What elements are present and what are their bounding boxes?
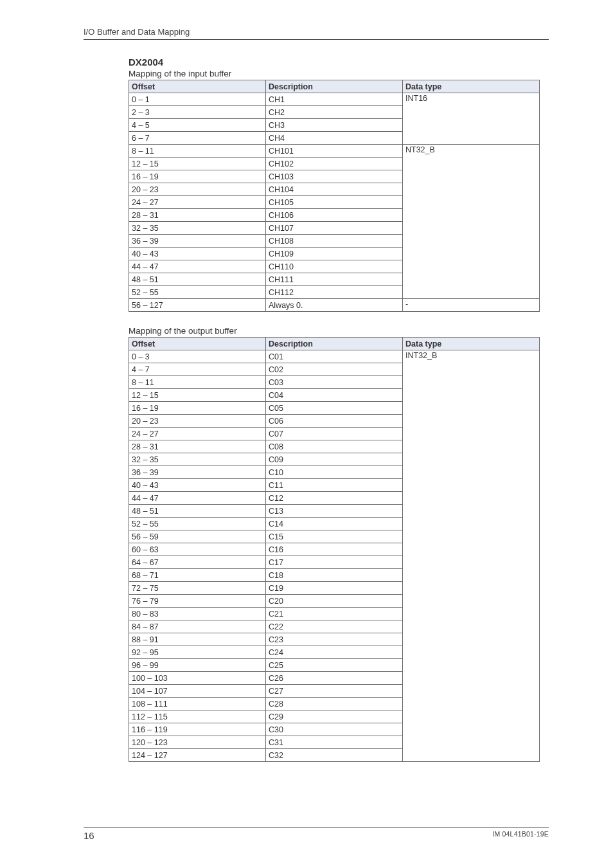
cell-description: CH101 (266, 145, 403, 158)
cell-offset: 28 – 31 (129, 209, 266, 222)
cell-offset: 68 – 71 (129, 569, 266, 582)
cell-offset: 36 – 39 (129, 235, 266, 248)
cell-offset: 52 – 55 (129, 518, 266, 530)
cell-description: Always 0. (266, 299, 403, 312)
cell-offset: 108 – 111 (129, 698, 266, 710)
cell-offset: 2 – 3 (129, 106, 266, 119)
table-row: 56 – 127Always 0.- (129, 299, 540, 312)
cell-offset: 64 – 67 (129, 556, 266, 569)
cell-offset: 124 – 127 (129, 749, 266, 762)
cell-description: CH107 (266, 222, 403, 235)
cell-offset: 12 – 15 (129, 389, 266, 402)
cell-offset: 12 – 15 (129, 158, 266, 170)
cell-offset: 104 – 107 (129, 685, 266, 698)
table2-caption: Mapping of the output buffer (129, 326, 549, 336)
cell-offset: 52 – 55 (129, 286, 266, 299)
section-header: I/O Buffer and Data Mapping (84, 27, 549, 40)
cell-offset: 32 – 35 (129, 453, 266, 466)
cell-description: C15 (266, 530, 403, 543)
cell-offset: 4 – 7 (129, 363, 266, 376)
cell-description: C32 (266, 749, 403, 762)
cell-offset: 0 – 3 (129, 350, 266, 363)
cell-description: CH2 (266, 106, 403, 119)
cell-offset: 36 – 39 (129, 466, 266, 479)
cell-offset: 100 – 103 (129, 672, 266, 685)
cell-description: C18 (266, 569, 403, 582)
th-description: Description (266, 80, 403, 93)
cell-description: CH102 (266, 158, 403, 170)
cell-offset: 8 – 11 (129, 145, 266, 158)
cell-offset: 16 – 19 (129, 170, 266, 183)
cell-description: C31 (266, 736, 403, 749)
cell-description: C07 (266, 428, 403, 440)
table-row: 0 – 1CH1INT16 (129, 93, 540, 106)
cell-offset: 96 – 99 (129, 659, 266, 672)
device-heading: DX2004 (129, 57, 549, 68)
cell-description: C22 (266, 620, 403, 633)
cell-datatype: - (403, 299, 540, 312)
cell-offset: 20 – 23 (129, 183, 266, 196)
cell-offset: 20 – 23 (129, 415, 266, 428)
cell-description: CH111 (266, 273, 403, 286)
cell-offset: 80 – 83 (129, 608, 266, 620)
cell-offset: 48 – 51 (129, 273, 266, 286)
cell-description: C19 (266, 582, 403, 595)
cell-description: C17 (266, 556, 403, 569)
cell-description: CH105 (266, 196, 403, 209)
cell-offset: 28 – 31 (129, 440, 266, 453)
table-header-row: Offset Description Data type (129, 80, 540, 93)
cell-description: C01 (266, 350, 403, 363)
cell-description: C09 (266, 453, 403, 466)
page-footer: 16 IM 04L41B01-19E (0, 827, 613, 841)
cell-offset: 56 – 59 (129, 530, 266, 543)
cell-offset: 60 – 63 (129, 543, 266, 556)
cell-offset: 48 – 51 (129, 505, 266, 518)
cell-description: C30 (266, 723, 403, 736)
cell-description: CH3 (266, 119, 403, 132)
cell-description: C08 (266, 440, 403, 453)
cell-offset: 116 – 119 (129, 723, 266, 736)
cell-offset: 40 – 43 (129, 479, 266, 492)
cell-offset: 8 – 11 (129, 376, 266, 389)
cell-offset: 24 – 27 (129, 428, 266, 440)
cell-description: C16 (266, 543, 403, 556)
cell-description: C29 (266, 710, 403, 723)
cell-description: CH108 (266, 235, 403, 248)
cell-datatype: INT16 (403, 93, 540, 145)
cell-description: CH1 (266, 93, 403, 106)
cell-description: CH103 (266, 170, 403, 183)
cell-description: C20 (266, 595, 403, 608)
cell-offset: 76 – 79 (129, 595, 266, 608)
cell-description: C10 (266, 466, 403, 479)
cell-description: CH4 (266, 132, 403, 145)
cell-offset: 44 – 47 (129, 492, 266, 505)
th-offset: Offset (129, 80, 266, 93)
cell-offset: 56 – 127 (129, 299, 266, 312)
cell-description: C14 (266, 518, 403, 530)
cell-offset: 6 – 7 (129, 132, 266, 145)
cell-description: C24 (266, 646, 403, 659)
cell-offset: 92 – 95 (129, 646, 266, 659)
cell-description: CH112 (266, 286, 403, 299)
cell-description: C11 (266, 479, 403, 492)
cell-datatype: NT32_B (403, 145, 540, 299)
cell-offset: 4 – 5 (129, 119, 266, 132)
th-datatype: Data type (403, 338, 540, 350)
cell-offset: 24 – 27 (129, 196, 266, 209)
cell-description: C28 (266, 698, 403, 710)
cell-description: CH104 (266, 183, 403, 196)
table1-body: 0 – 1CH1INT162 – 3CH24 – 5CH36 – 7CH48 –… (129, 93, 540, 312)
cell-offset: 84 – 87 (129, 620, 266, 633)
table-row: 8 – 11CH101NT32_B (129, 145, 540, 158)
th-description: Description (266, 338, 403, 350)
cell-offset: 40 – 43 (129, 248, 266, 260)
cell-offset: 120 – 123 (129, 736, 266, 749)
cell-offset: 0 – 1 (129, 93, 266, 106)
cell-description: C03 (266, 376, 403, 389)
cell-datatype: INT32_B (403, 350, 540, 762)
cell-offset: 88 – 91 (129, 633, 266, 646)
cell-description: C21 (266, 608, 403, 620)
cell-offset: 44 – 47 (129, 260, 266, 273)
cell-description: C05 (266, 402, 403, 415)
cell-description: C25 (266, 659, 403, 672)
